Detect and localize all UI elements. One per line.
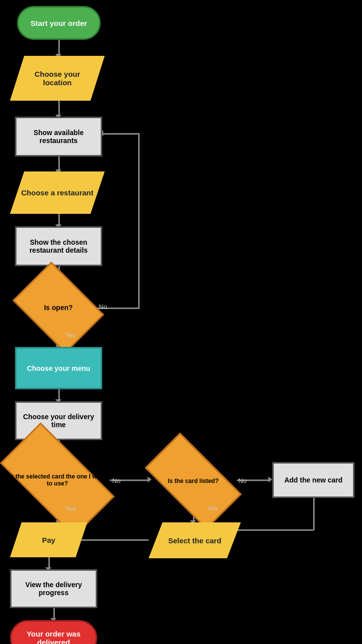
show-details-node: Show the chosen restaurant details: [15, 226, 102, 266]
is-card-listed-yes-label: Yes: [207, 504, 217, 512]
is-card-listed-diamond: Is the card listed?: [150, 456, 237, 506]
start-node: Start your order: [17, 6, 101, 40]
is-selected-card-diamond: Is the selected card the one I want to u…: [5, 451, 110, 508]
choose-restaurant-node: Choose a restaurant: [10, 171, 105, 214]
is-open-no-label: No: [99, 303, 107, 311]
choose-location-node: Choose your location: [10, 56, 105, 101]
flowchart: Start your order Choose your location Sh…: [0, 0, 362, 644]
delivered-node: Your order was delivered: [10, 620, 97, 644]
add-new-card-node: Add the new card: [272, 462, 355, 498]
view-progress-node: View the delivery progress: [10, 569, 97, 608]
is-open-yes-label: Yes: [65, 331, 75, 339]
is-selected-yes-label: Yes: [65, 505, 75, 512]
is-card-listed-no-label: No: [238, 477, 247, 484]
select-card-node: Select the card: [149, 522, 241, 558]
choose-menu-node: Choose your menu: [15, 347, 102, 389]
pay-node: Pay: [10, 522, 87, 557]
is-open-diamond: Is open?: [21, 280, 96, 335]
show-restaurants-node: Show available restaurants: [15, 117, 102, 157]
is-selected-no-label: No: [112, 477, 121, 484]
